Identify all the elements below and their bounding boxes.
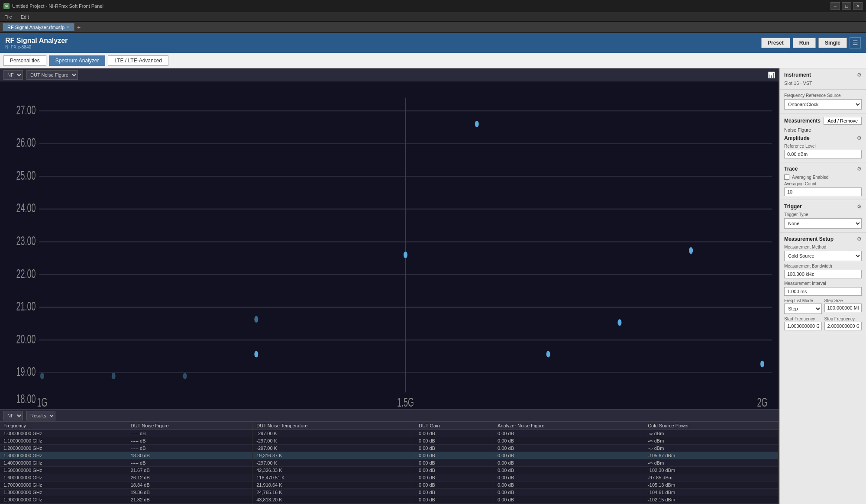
interval-input[interactable] bbox=[784, 287, 862, 296]
stop-freq-input[interactable] bbox=[824, 322, 862, 330]
table-row[interactable]: 1.900000000 GHz21.82 dB43,813.20 K0.00 d… bbox=[0, 496, 779, 504]
amplitude-title: Amplitude bbox=[784, 135, 810, 141]
titlebar-left: NI Untitled Project - NI-RFmx Soft Front… bbox=[3, 3, 103, 9]
trace-section: Trace ⚙ Averaging Enabled Averaging Coun… bbox=[780, 162, 866, 200]
chart-options-icon[interactable]: 📊 bbox=[768, 71, 775, 78]
freq-step-row: Freq List Mode Step List Step Size bbox=[784, 298, 862, 314]
avg-count-input[interactable] bbox=[784, 187, 862, 196]
freq-list-select[interactable]: Step List bbox=[784, 304, 822, 314]
table-row[interactable]: 1.600000000 GHz26.12 dB118,470.51 K0.00 … bbox=[0, 474, 779, 481]
svg-text:2G: 2G bbox=[757, 394, 768, 409]
bandwidth-input[interactable] bbox=[784, 270, 862, 278]
start-freq-input[interactable] bbox=[784, 322, 822, 330]
trigger-section: Trigger ⚙ Trigger Type None Digital Edge… bbox=[780, 200, 866, 233]
freq-list-label: Freq List Mode bbox=[784, 298, 822, 303]
meas-noise-figure: Noise Figure bbox=[784, 127, 862, 132]
minimize-button[interactable]: – bbox=[830, 2, 840, 10]
titlebar: NI Untitled Project - NI-RFmx Soft Front… bbox=[0, 0, 866, 12]
menu-file[interactable]: File bbox=[3, 13, 14, 20]
tab-close-icon[interactable]: ✕ bbox=[66, 25, 70, 29]
trigger-type-select[interactable]: None Digital Edge Analog Edge bbox=[784, 218, 862, 229]
table-row[interactable]: 1.000000000 GHz----- dB-297.00 K0.00 dB0… bbox=[0, 430, 779, 437]
chart-toolbar: NF DUT Noise Figure 📊 bbox=[0, 68, 779, 81]
avg-enabled-label: Averaging Enabled bbox=[792, 175, 828, 180]
svg-point-31 bbox=[254, 316, 258, 323]
col-anlz-noise: Analyzer Noise Figure bbox=[494, 422, 644, 430]
svg-text:24.00: 24.00 bbox=[16, 200, 36, 215]
single-button[interactable]: Single bbox=[818, 38, 847, 48]
svg-rect-0 bbox=[0, 81, 779, 409]
svg-point-21 bbox=[40, 373, 44, 379]
svg-text:19.00: 19.00 bbox=[16, 364, 36, 378]
instrument-title: Instrument bbox=[784, 72, 811, 78]
amplitude-gear-icon[interactable]: ⚙ bbox=[857, 135, 862, 141]
svg-point-23 bbox=[183, 373, 187, 379]
chart-trace-select[interactable]: DUT Noise Figure bbox=[26, 70, 78, 80]
menu-edit[interactable]: Edit bbox=[19, 13, 31, 20]
meas-setup-header: Measurement Setup ⚙ bbox=[784, 236, 862, 242]
run-button[interactable]: Run bbox=[793, 38, 816, 48]
chart-mode-select[interactable]: NF bbox=[3, 70, 23, 80]
bandwidth-label: Measurement Bandwidth bbox=[784, 264, 862, 268]
trigger-title: Trigger bbox=[784, 204, 802, 210]
table-row[interactable]: 1.700000000 GHz18.84 dB21,910.64 K0.00 d… bbox=[0, 481, 779, 489]
ref-level-input[interactable] bbox=[784, 150, 862, 158]
measurements-section: Measurements Add / Remove Noise Figure A… bbox=[780, 113, 866, 162]
instrument-section: Instrument ⚙ Slot 16 · VST bbox=[780, 68, 866, 90]
method-select[interactable]: Cold Source Y-Factor bbox=[784, 251, 862, 261]
results-mode-select[interactable]: NF bbox=[3, 411, 23, 420]
trigger-gear-icon[interactable]: ⚙ bbox=[857, 204, 862, 210]
avg-enabled-checkbox[interactable] bbox=[784, 174, 789, 180]
freq-ref-select[interactable]: OnboardClock External bbox=[784, 99, 862, 110]
step-size-label: Step Size bbox=[824, 298, 862, 303]
col-gain: DUT Gain bbox=[415, 422, 494, 430]
table-row[interactable]: 1.200000000 GHz----- dB-297.00 K0.00 dB0… bbox=[0, 445, 779, 452]
svg-text:23.00: 23.00 bbox=[16, 233, 36, 248]
freq-list-col: Freq List Mode Step List bbox=[784, 298, 822, 314]
measurement-setup-section: Measurement Setup ⚙ Measurement Method C… bbox=[780, 233, 866, 334]
menubar: File Edit bbox=[0, 12, 866, 22]
svg-text:26.00: 26.00 bbox=[16, 135, 36, 149]
svg-text:27.00: 27.00 bbox=[16, 102, 36, 117]
meas-setup-gear-icon[interactable]: ⚙ bbox=[857, 236, 862, 242]
personalities-tab[interactable]: Personalities bbox=[3, 55, 46, 66]
svg-point-28 bbox=[617, 319, 621, 326]
app-icon: NI bbox=[3, 3, 10, 9]
results-view-select[interactable]: Results bbox=[26, 411, 55, 420]
instrument-gear-icon[interactable]: ⚙ bbox=[857, 72, 862, 78]
right-panel: Instrument ⚙ Slot 16 · VST Frequency Ref… bbox=[779, 68, 866, 504]
step-size-col: Step Size bbox=[824, 298, 862, 314]
close-button[interactable]: ✕ bbox=[853, 2, 863, 10]
table-row[interactable]: 1.100000000 GHz----- dB-297.00 K0.00 dB0… bbox=[0, 437, 779, 445]
avg-count-label: Averaging Count bbox=[784, 181, 862, 186]
lte-tab[interactable]: LTE / LTE-Advanced bbox=[108, 55, 168, 66]
restore-button[interactable]: ◻ bbox=[842, 2, 851, 10]
step-size-input[interactable] bbox=[824, 304, 862, 312]
svg-text:20.00: 20.00 bbox=[16, 331, 36, 346]
tab-add-button[interactable]: + bbox=[75, 24, 82, 31]
trace-gear-icon[interactable]: ⚙ bbox=[857, 166, 862, 172]
svg-text:1.5G: 1.5G bbox=[397, 394, 414, 409]
svg-point-22 bbox=[112, 373, 116, 379]
chart-svg: 27.00 26.00 25.00 24.00 23.00 22.00 21.0… bbox=[0, 81, 779, 409]
trace-title: Trace bbox=[784, 166, 798, 172]
svg-text:22.00: 22.00 bbox=[16, 266, 36, 281]
add-remove-button[interactable]: Add / Remove bbox=[824, 117, 862, 125]
main-tab[interactable]: RF Signal Analyzer.rfmxsfp ✕ bbox=[3, 23, 74, 31]
table-row[interactable]: 1.500000000 GHz21.67 dB42,326.33 K0.00 d… bbox=[0, 467, 779, 474]
stop-freq-label: Stop Frequency bbox=[824, 317, 862, 321]
preset-button[interactable]: Preset bbox=[761, 38, 790, 48]
header-buttons: Preset Run Single ☰ bbox=[761, 37, 861, 48]
freq-ref-section: Frequency Reference Source OnboardClock … bbox=[780, 90, 866, 113]
titlebar-controls[interactable]: – ◻ ✕ bbox=[830, 2, 863, 10]
header-menu-icon[interactable]: ☰ bbox=[850, 37, 861, 48]
instrument-header: Instrument ⚙ bbox=[784, 72, 862, 78]
table-row[interactable]: 1.300000000 GHz18.30 dB19,316.37 K0.00 d… bbox=[0, 452, 779, 459]
table-row[interactable]: 1.800000000 GHz19.36 dB24,765.16 K0.00 d… bbox=[0, 489, 779, 496]
freq-ref-label: Frequency Reference Source bbox=[784, 93, 862, 98]
start-freq-label: Start Frequency bbox=[784, 317, 822, 321]
spectrum-analyzer-tab[interactable]: Spectrum Analyzer bbox=[49, 55, 106, 66]
table-row[interactable]: 1.400000000 GHz----- dB-297.00 K0.00 dB0… bbox=[0, 459, 779, 467]
meas-setup-title: Measurement Setup bbox=[784, 236, 834, 242]
start-freq-col: Start Frequency bbox=[784, 317, 822, 330]
